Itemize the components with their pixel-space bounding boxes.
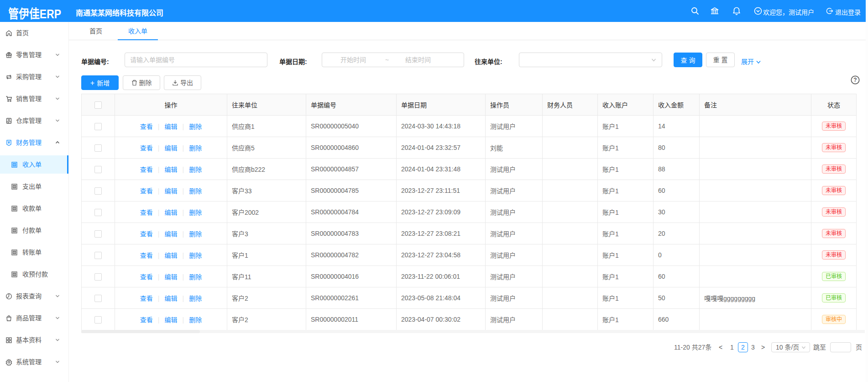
svg-text:?: ? [853,77,857,83]
